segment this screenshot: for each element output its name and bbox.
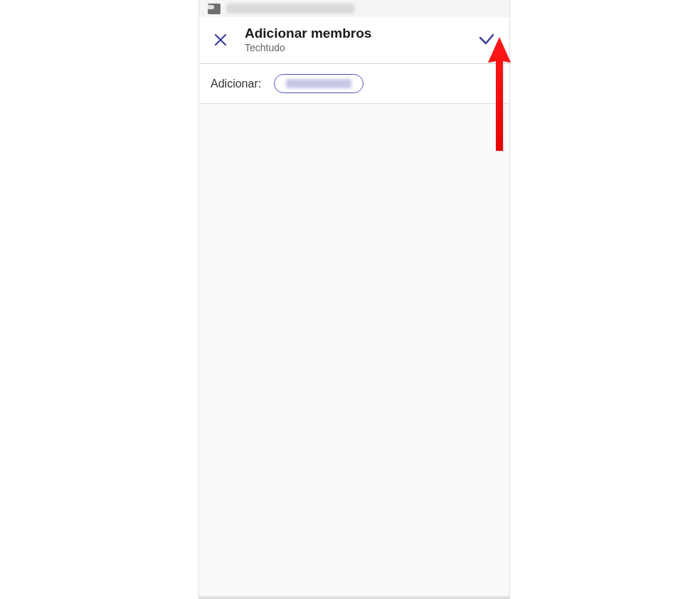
phone-screen: Adicionar membros Techtudo Adicionar:	[198, 0, 510, 599]
bottom-shadow	[199, 595, 509, 599]
page-title: Adicionar membros	[245, 26, 475, 41]
header-titles: Adicionar membros Techtudo	[245, 26, 475, 53]
member-chip[interactable]	[274, 74, 364, 93]
checkmark-icon	[477, 31, 496, 49]
page-subtitle: Techtudo	[245, 42, 475, 53]
notification-bar	[199, 0, 509, 17]
close-button[interactable]	[211, 30, 230, 50]
header: Adicionar membros Techtudo	[199, 17, 509, 64]
close-icon	[213, 33, 228, 47]
confirm-button[interactable]	[475, 28, 498, 51]
add-members-row: Adicionar:	[199, 64, 509, 104]
add-label: Adicionar:	[211, 78, 261, 90]
member-chip-text-blurred	[286, 79, 351, 88]
notification-text-blurred	[226, 4, 354, 14]
image-icon	[208, 4, 221, 14]
